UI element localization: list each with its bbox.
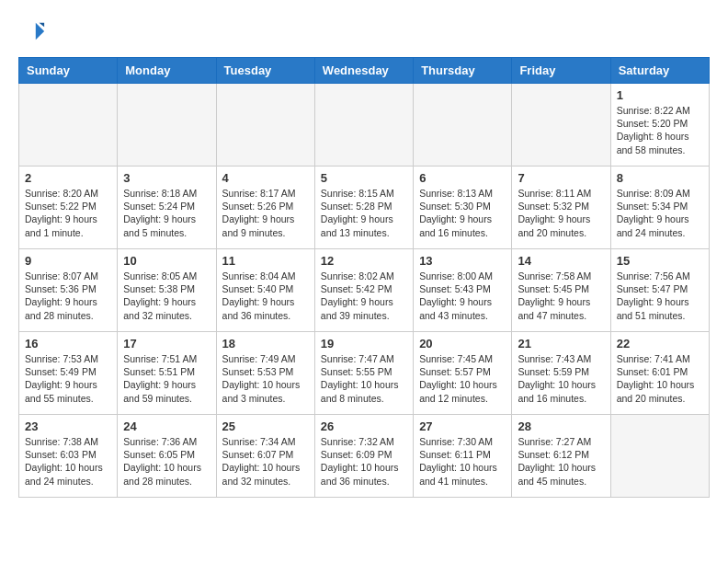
day-number: 14 [518,254,604,268]
calendar-cell: 3Sunrise: 8:18 AM Sunset: 5:24 PM Daylig… [118,167,216,249]
day-number: 23 [25,419,111,433]
day-info: Sunrise: 8:22 AM Sunset: 5:20 PM Dayligh… [617,104,703,156]
logo [18,18,46,48]
day-number: 5 [321,171,407,185]
day-info: Sunrise: 7:38 AM Sunset: 6:03 PM Dayligh… [25,435,111,488]
calendar-cell: 27Sunrise: 7:30 AM Sunset: 6:11 PM Dayli… [414,415,512,498]
day-number: 4 [222,171,309,185]
calendar-cell: 9Sunrise: 8:07 AM Sunset: 5:36 PM Daylig… [19,249,118,332]
day-info: Sunrise: 8:11 AM Sunset: 5:32 PM Dayligh… [518,187,604,239]
day-number: 12 [321,254,407,268]
day-number: 19 [321,337,407,350]
col-header-saturday: Saturday [610,58,709,84]
day-info: Sunrise: 7:41 AM Sunset: 6:01 PM Dayligh… [617,352,703,405]
day-info: Sunrise: 7:36 AM Sunset: 6:05 PM Dayligh… [123,435,210,488]
calendar-week-row: 2Sunrise: 8:20 AM Sunset: 5:22 PM Daylig… [19,167,710,249]
calendar-cell: 21Sunrise: 7:43 AM Sunset: 5:59 PM Dayli… [512,332,610,415]
calendar-cell: 22Sunrise: 7:41 AM Sunset: 6:01 PM Dayli… [610,332,709,415]
col-header-sunday: Sunday [19,58,118,84]
calendar-cell: 12Sunrise: 8:02 AM Sunset: 5:42 PM Dayli… [314,249,413,332]
calendar-cell: 17Sunrise: 7:51 AM Sunset: 5:51 PM Dayli… [118,332,216,415]
day-number: 8 [617,171,703,185]
day-info: Sunrise: 8:20 AM Sunset: 5:22 PM Dayligh… [25,187,111,239]
day-number: 3 [123,171,210,185]
day-info: Sunrise: 7:27 AM Sunset: 6:12 PM Dayligh… [518,435,604,488]
calendar-cell: 5Sunrise: 8:15 AM Sunset: 5:28 PM Daylig… [314,167,413,249]
day-number: 26 [321,419,407,433]
calendar-cell: 11Sunrise: 8:04 AM Sunset: 5:40 PM Dayli… [216,249,314,332]
day-number: 24 [123,419,210,433]
calendar-cell: 1Sunrise: 8:22 AM Sunset: 5:20 PM Daylig… [610,84,709,167]
day-number: 2 [25,171,111,185]
day-number: 20 [419,337,506,350]
day-number: 28 [518,419,604,433]
day-number: 21 [518,337,604,350]
day-info: Sunrise: 8:07 AM Sunset: 5:36 PM Dayligh… [25,270,111,322]
day-number: 15 [617,254,703,268]
day-info: Sunrise: 7:51 AM Sunset: 5:51 PM Dayligh… [123,352,210,405]
day-info: Sunrise: 8:00 AM Sunset: 5:43 PM Dayligh… [419,270,506,322]
col-header-thursday: Thursday [414,58,512,84]
calendar-cell: 8Sunrise: 8:09 AM Sunset: 5:34 PM Daylig… [610,167,709,249]
calendar-cell: 4Sunrise: 8:17 AM Sunset: 5:26 PM Daylig… [216,167,314,249]
calendar-cell [414,84,512,167]
day-info: Sunrise: 7:30 AM Sunset: 6:11 PM Dayligh… [419,435,506,488]
calendar-cell: 6Sunrise: 8:13 AM Sunset: 5:30 PM Daylig… [414,167,512,249]
day-info: Sunrise: 8:04 AM Sunset: 5:40 PM Dayligh… [222,270,309,322]
day-info: Sunrise: 7:58 AM Sunset: 5:45 PM Dayligh… [518,270,604,322]
day-info: Sunrise: 7:53 AM Sunset: 5:49 PM Dayligh… [25,352,111,405]
day-info: Sunrise: 7:49 AM Sunset: 5:53 PM Dayligh… [222,352,309,405]
header [18,18,710,48]
day-number: 18 [222,337,309,350]
day-number: 11 [222,254,309,268]
calendar-week-row: 16Sunrise: 7:53 AM Sunset: 5:49 PM Dayli… [19,332,710,415]
day-info: Sunrise: 8:13 AM Sunset: 5:30 PM Dayligh… [419,187,506,239]
day-info: Sunrise: 7:47 AM Sunset: 5:55 PM Dayligh… [321,352,407,405]
col-header-tuesday: Tuesday [216,58,314,84]
calendar-cell: 26Sunrise: 7:32 AM Sunset: 6:09 PM Dayli… [314,415,413,498]
calendar-cell [610,415,709,498]
day-number: 22 [617,337,703,350]
day-number: 1 [617,88,703,102]
calendar-cell: 13Sunrise: 8:00 AM Sunset: 5:43 PM Dayli… [414,249,512,332]
day-number: 13 [419,254,506,268]
calendar-cell: 15Sunrise: 7:56 AM Sunset: 5:47 PM Dayli… [610,249,709,332]
calendar-cell: 18Sunrise: 7:49 AM Sunset: 5:53 PM Dayli… [216,332,314,415]
day-info: Sunrise: 8:09 AM Sunset: 5:34 PM Dayligh… [617,187,703,239]
day-number: 6 [419,171,506,185]
calendar-cell [314,84,413,167]
logo-icon [20,18,46,44]
day-number: 16 [25,337,111,350]
calendar-header-row: SundayMondayTuesdayWednesdayThursdayFrid… [19,58,710,84]
col-header-friday: Friday [512,58,610,84]
day-number: 17 [123,337,210,350]
col-header-monday: Monday [118,58,216,84]
day-info: Sunrise: 7:56 AM Sunset: 5:47 PM Dayligh… [617,270,703,322]
calendar-cell [118,84,216,167]
calendar-cell: 23Sunrise: 7:38 AM Sunset: 6:03 PM Dayli… [19,415,118,498]
col-header-wednesday: Wednesday [314,58,413,84]
calendar-cell: 25Sunrise: 7:34 AM Sunset: 6:07 PM Dayli… [216,415,314,498]
calendar-cell: 7Sunrise: 8:11 AM Sunset: 5:32 PM Daylig… [512,167,610,249]
calendar-cell: 16Sunrise: 7:53 AM Sunset: 5:49 PM Dayli… [19,332,118,415]
day-info: Sunrise: 8:17 AM Sunset: 5:26 PM Dayligh… [222,187,309,239]
calendar-cell [216,84,314,167]
day-info: Sunrise: 7:45 AM Sunset: 5:57 PM Dayligh… [419,352,506,405]
calendar-cell: 28Sunrise: 7:27 AM Sunset: 6:12 PM Dayli… [512,415,610,498]
day-number: 27 [419,419,506,433]
calendar-week-row: 23Sunrise: 7:38 AM Sunset: 6:03 PM Dayli… [19,415,710,498]
day-number: 25 [222,419,309,433]
calendar-cell: 2Sunrise: 8:20 AM Sunset: 5:22 PM Daylig… [19,167,118,249]
day-number: 9 [25,254,111,268]
calendar-table: SundayMondayTuesdayWednesdayThursdayFrid… [18,57,710,498]
day-info: Sunrise: 8:02 AM Sunset: 5:42 PM Dayligh… [321,270,407,322]
day-info: Sunrise: 8:18 AM Sunset: 5:24 PM Dayligh… [123,187,210,239]
calendar-cell: 24Sunrise: 7:36 AM Sunset: 6:05 PM Dayli… [118,415,216,498]
calendar-week-row: 1Sunrise: 8:22 AM Sunset: 5:20 PM Daylig… [19,84,710,167]
day-number: 10 [123,254,210,268]
calendar-cell: 14Sunrise: 7:58 AM Sunset: 5:45 PM Dayli… [512,249,610,332]
day-number: 7 [518,171,604,185]
calendar-cell [19,84,118,167]
svg-marker-1 [40,23,45,28]
calendar-cell: 20Sunrise: 7:45 AM Sunset: 5:57 PM Dayli… [414,332,512,415]
